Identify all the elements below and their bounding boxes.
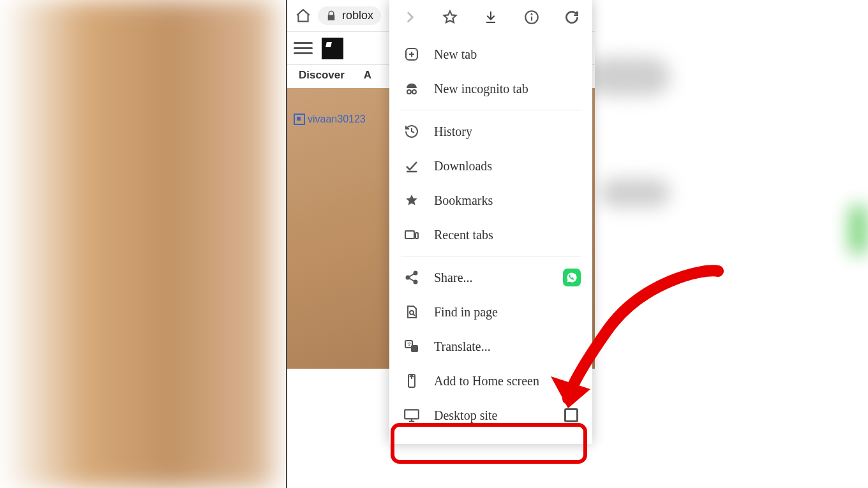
history-icon	[403, 123, 420, 140]
menu-label: Bookmarks	[434, 193, 493, 208]
menu-label: History	[434, 124, 472, 139]
menu-item-incognito[interactable]: New incognito tab	[389, 71, 592, 106]
recent-tabs-icon	[403, 226, 420, 243]
lock-icon	[326, 10, 337, 22]
hamburger-icon[interactable]	[294, 42, 313, 54]
desktop-icon	[403, 407, 420, 424]
whatsapp-icon[interactable]	[563, 269, 581, 286]
chrome-overflow-menu: New tab New incognito tab History Downlo	[389, 0, 592, 444]
tab-discover[interactable]: Discover	[299, 69, 345, 82]
tab-second[interactable]: A	[364, 69, 371, 82]
blurred-shape	[600, 179, 670, 207]
svg-rect-11	[405, 231, 414, 239]
menu-label: Share...	[434, 270, 473, 285]
find-in-page-icon	[403, 304, 420, 320]
menu-label: Recent tabs	[434, 228, 493, 242]
menu-label: Downloads	[434, 159, 492, 174]
download-icon[interactable]	[479, 6, 502, 29]
menu-item-downloads[interactable]: Downloads	[389, 149, 592, 183]
svg-line-19	[413, 314, 415, 316]
blurred-shape	[587, 57, 670, 96]
add-to-home-icon	[403, 373, 420, 389]
star-icon[interactable]	[438, 6, 461, 29]
menu-label: New tab	[434, 47, 477, 62]
menu-item-find[interactable]: Find in page	[389, 295, 592, 329]
menu-label: Desktop site	[434, 408, 497, 423]
forward-icon[interactable]	[398, 6, 421, 29]
incognito-icon	[403, 80, 420, 97]
roblox-logo-icon[interactable]	[322, 38, 343, 59]
menu-item-share[interactable]: Share...	[389, 260, 592, 295]
svg-rect-12	[415, 233, 418, 239]
menu-divider	[401, 110, 581, 110]
menu-item-recent-tabs[interactable]: Recent tabs	[389, 218, 592, 252]
menu-top-row	[389, 0, 592, 34]
menu-label: Find in page	[434, 305, 498, 320]
menu-label: Add to Home screen	[434, 374, 539, 388]
menu-item-translate[interactable]: 文 Translate...	[389, 329, 592, 364]
menu-label: New incognito tab	[434, 82, 528, 96]
menu-item-history[interactable]: History	[389, 114, 592, 149]
translate-icon: 文	[403, 338, 420, 355]
svg-rect-21	[411, 345, 418, 352]
url-pill[interactable]: roblox	[318, 6, 381, 25]
broken-image-icon	[294, 114, 305, 125]
refresh-icon[interactable]	[560, 6, 583, 29]
menu-item-bookmarks[interactable]: Bookmarks	[389, 183, 592, 218]
blurred-shape-green	[849, 204, 868, 255]
svg-line-17	[409, 278, 414, 281]
menu-item-add-home[interactable]: Add to Home screen	[389, 364, 592, 398]
svg-rect-24	[405, 410, 419, 418]
info-icon[interactable]	[520, 6, 543, 29]
screenshot-stage: roblox Discover A vivaan30123 A To c	[0, 0, 868, 488]
svg-text:文: 文	[407, 342, 412, 346]
svg-rect-0	[486, 22, 495, 23]
menu-divider	[401, 256, 581, 256]
menu-item-desktop-site[interactable]: Desktop site	[389, 398, 592, 433]
menu-item-new-tab[interactable]: New tab	[389, 37, 592, 71]
svg-point-7	[407, 90, 411, 94]
svg-line-16	[409, 274, 414, 277]
svg-point-8	[412, 90, 416, 94]
bookmarks-star-icon	[403, 192, 420, 209]
home-icon[interactable]	[292, 5, 314, 27]
avatar-placeholder: vivaan30123	[294, 114, 366, 125]
background-right	[600, 0, 868, 488]
menu-label: Translate...	[434, 339, 491, 354]
plus-box-icon	[403, 46, 420, 63]
desktop-site-checkbox[interactable]	[564, 408, 578, 422]
url-text: roblox	[342, 9, 373, 22]
svg-point-3	[530, 13, 532, 15]
username-text: vivaan30123	[308, 114, 366, 125]
background-left-blur	[0, 0, 287, 488]
share-icon	[403, 269, 420, 286]
downloads-check-icon	[403, 158, 420, 174]
